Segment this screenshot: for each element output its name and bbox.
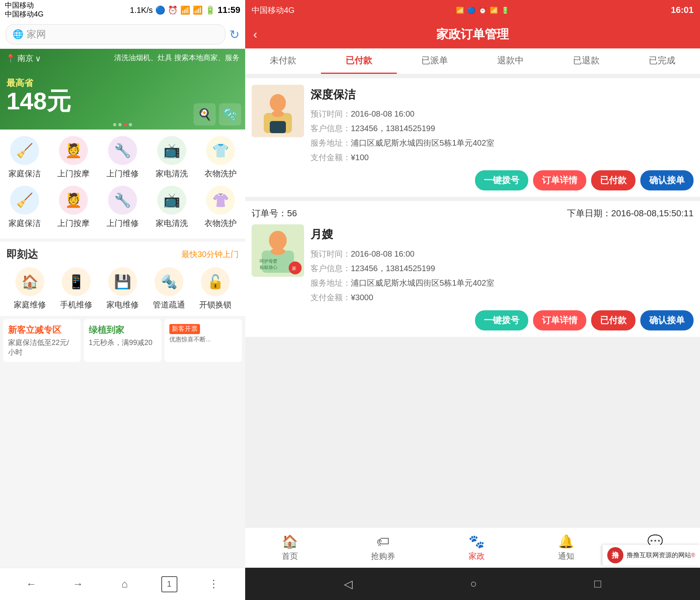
wifi-icon-right: 📶 [490, 6, 498, 14]
service-item-laundry2[interactable]: 👚 衣物洗护 [200, 186, 241, 229]
battery-icon: 🔋 [205, 5, 215, 15]
sys-back-btn[interactable]: ◁ [344, 577, 353, 591]
services-section-1: 🧹 家庭保洁 💆 上门按摩 🔧 上门维修 📺 家电清洗 👕 衣物洗护 [0, 130, 245, 238]
appliance-washer: 🫧 [219, 103, 241, 125]
service-icon-laundry2: 👚 [206, 186, 235, 215]
jike-header: 即刻达 最快30分钟上门 [6, 247, 239, 261]
dot-1 [113, 123, 117, 126]
carrier-left: 中国移动 中国移动4G [5, 1, 44, 19]
location-icon: 📍 [6, 54, 16, 63]
orders-content: 深度保洁 预订时间：2016-08-08 16:00 客户信息：123456，1… [245, 74, 700, 527]
nav-forward-btn[interactable]: → [68, 574, 88, 594]
order-2-paid-btn[interactable]: 已付款 [591, 310, 635, 330]
order-1-paid-btn[interactable]: 已付款 [591, 170, 635, 190]
tab-refunded[interactable]: 已退款 [548, 48, 624, 74]
tab-bar: 未付款 已付款 已派单 退款中 已退款 已完成 [245, 48, 700, 74]
banner: 📍 南京 ∨ 清洗油烟机、灶具 搜索本地商家、服务 最高省 148元 🍳 🫧 [0, 49, 245, 130]
services-row-2: 🧹 家庭保洁 💆 上门按摩 🔧 上门维修 📺 家电清洗 👚 衣物洗护 [0, 186, 245, 229]
order-1-image [252, 85, 304, 137]
nav-more-btn[interactable]: ⋮ [204, 574, 224, 594]
status-bar-left: 中国移动 中国移动4G 1.1K/s 🔵 ⏰ 📶 📶 🔋 11:59 [0, 0, 245, 20]
bottom-nav-left: ← → ⌂ 1 ⋮ [0, 568, 245, 600]
order-2-detail-btn[interactable]: 订单详情 [533, 310, 586, 330]
dot-2 [119, 123, 122, 126]
service-item-appliance2[interactable]: 📺 家电清洗 [152, 186, 192, 229]
time-right: 16:01 [671, 5, 694, 15]
banner-location[interactable]: 📍 南京 ∨ [6, 53, 41, 64]
service-icon-repair2: 🔧 [108, 186, 137, 215]
nav-tab-btn[interactable]: 1 [161, 576, 177, 592]
tab-unpaid[interactable]: 未付款 [245, 48, 321, 74]
jike-items-row: 🏠 家庭维修 📱 手机维修 💾 家电维修 🔩 管道疏通 🔓 开锁换锁 [6, 267, 239, 310]
signal-icon: 📶 [193, 5, 203, 15]
tab-dispatched[interactable]: 已派单 [397, 48, 473, 74]
promo-card-new-service[interactable]: 新客开票 优惠惊喜不断... [165, 319, 242, 362]
watermark-text: 撸撸互联网资源的网站® [627, 551, 695, 560]
nav-home-btn[interactable]: ⌂ [115, 574, 135, 594]
order-2-confirm-btn[interactable]: 确认接单 [640, 310, 694, 330]
service-icon-appliance2: 📺 [157, 186, 186, 215]
nav-item-home[interactable]: 🏠 首页 [282, 534, 298, 562]
jike-item-phone[interactable]: 📱 手机维修 [56, 267, 96, 310]
clock-icon-right: ⏰ [479, 6, 487, 14]
sys-circle-btn[interactable]: ○ [470, 577, 477, 590]
service-icon-appliance1: 📺 [157, 136, 186, 165]
svg-text:呵护母婴: 呵护母婴 [260, 259, 277, 263]
tab-refunding[interactable]: 退款中 [473, 48, 548, 74]
jike-section: 即刻达 最快30分钟上门 🏠 家庭维修 📱 手机维修 💾 家电维修 🔩 管道疏通… [0, 242, 245, 316]
clock-icon: ⏰ [168, 5, 178, 15]
order-2-header: 订单号：56 下单日期：2016-08-08,15:50:11 [252, 207, 694, 220]
nav-item-jiajing[interactable]: 🐾 家政 [469, 534, 485, 562]
banner-amount: 148元 [6, 89, 71, 113]
tab-paid[interactable]: 已付款 [321, 48, 397, 74]
right-phone: 中国移动4G 📶 🔵 ⏰ 📶 🔋 16:01 ‹ 家政订单管理 未付款 已付款 … [245, 0, 700, 600]
service-item-repair2[interactable]: 🔧 上门维修 [102, 186, 143, 229]
jike-item-lock[interactable]: 🔓 开锁换锁 [195, 267, 235, 310]
service-item-clean1[interactable]: 🧹 家庭保洁 [4, 136, 45, 179]
service-item-clean2[interactable]: 🧹 家庭保洁 [4, 186, 45, 229]
promo-card-plants[interactable]: 绿植到家 1元秒杀，满99减20 [84, 319, 161, 362]
page-header: ‹ 家政订单管理 [245, 20, 700, 48]
jike-item-home[interactable]: 🏠 家庭维修 [10, 267, 50, 310]
svg-rect-4 [270, 121, 286, 133]
tab-completed[interactable]: 已完成 [624, 48, 700, 74]
order-1-call-btn[interactable]: 一键拨号 [475, 170, 528, 190]
order-2-call-btn[interactable]: 一键拨号 [475, 310, 528, 330]
refresh-icon[interactable]: ↻ [229, 27, 240, 42]
jike-item-appliance[interactable]: 💾 家电维修 [102, 267, 143, 310]
battery-icon-right: 🔋 [501, 6, 509, 14]
promo-section: 新客立减专区 家庭保洁低至22元/小时 绿植到家 1元秒杀，满99减20 新客开… [0, 319, 245, 362]
service-icon-clean1: 🧹 [10, 136, 39, 165]
service-item-massage2[interactable]: 💆 上门按摩 [53, 186, 94, 229]
promo-card-new-customer[interactable]: 新客立减专区 家庭保洁低至22元/小时 [3, 319, 81, 362]
jike-subtitle: 最快30分钟上门 [181, 249, 239, 260]
service-item-repair1[interactable]: 🔧 上门维修 [102, 136, 143, 179]
search-placeholder: 家网 [27, 28, 46, 41]
order-1-body: 深度保洁 预订时间：2016-08-08 16:00 客户信息：123456，1… [252, 85, 694, 165]
home-icon: 🏠 [282, 534, 298, 549]
paw-icon: 🐾 [469, 534, 485, 549]
service-item-appliance1[interactable]: 📺 家电清洗 [152, 136, 192, 179]
nav-item-notice[interactable]: 🔔 通知 [558, 534, 574, 562]
nav-item-coupon[interactable]: 🏷 抢购券 [371, 534, 395, 562]
svg-text:家: 家 [292, 266, 296, 271]
svg-text:贴贴放心: 贴贴放心 [260, 265, 277, 270]
service-item-massage1[interactable]: 💆 上门按摩 [53, 136, 94, 179]
order-2-image: 呵护母婴 贴贴放心 家 [252, 224, 304, 277]
signal-icon-right: 📶 [456, 6, 464, 14]
services-row-1: 🧹 家庭保洁 💆 上门按摩 🔧 上门维修 📺 家电清洗 👕 衣物洗护 [0, 136, 245, 179]
search-input-container[interactable]: 🌐 家网 [6, 24, 225, 44]
order-1-details: 深度保洁 预订时间：2016-08-08 16:00 客户信息：123456，1… [310, 85, 694, 165]
jike-item-pipe[interactable]: 🔩 管道疏通 [149, 267, 189, 310]
order-1-detail-btn[interactable]: 订单详情 [533, 170, 586, 190]
jike-title: 即刻达 [6, 247, 38, 261]
carrier-right: 中国移动4G [252, 5, 295, 16]
jike-icon-lock: 🔓 [201, 267, 230, 296]
nav-back-btn[interactable]: ← [21, 574, 42, 594]
back-button[interactable]: ‹ [253, 27, 257, 41]
dot-3 [124, 123, 127, 126]
order-1-confirm-btn[interactable]: 确认接单 [640, 170, 694, 190]
bell-icon: 🔔 [558, 534, 574, 549]
service-item-laundry1[interactable]: 👕 衣物洗护 [200, 136, 241, 179]
sys-square-btn[interactable]: □ [594, 577, 601, 590]
